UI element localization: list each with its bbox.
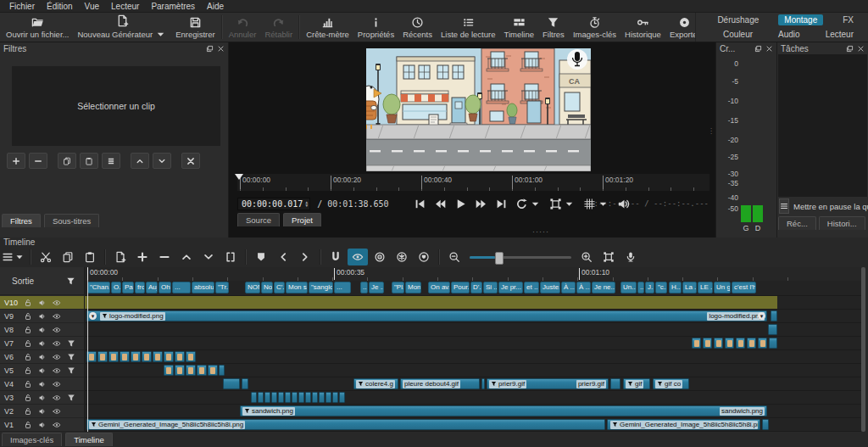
timeline-clip[interactable] xyxy=(332,392,338,403)
timeline-marker-button[interactable] xyxy=(251,249,271,265)
jobs-tab-histori[interactable]: Histori... xyxy=(819,216,865,230)
subtitle-segment[interactable]: Je pr... xyxy=(498,282,523,293)
timeline-clip[interactable] xyxy=(131,351,141,362)
timeline-clip[interactable] xyxy=(305,392,311,403)
track-head-v3[interactable]: V3 xyxy=(0,391,85,405)
transport-zoom-fit-button[interactable] xyxy=(549,198,576,210)
track-lane-v9[interactable]: ▾logo-modified.pnglogo-modified.png▾ xyxy=(85,310,861,323)
timeline-clip[interactable] xyxy=(242,378,248,389)
subtitle-segment[interactable]: No... xyxy=(261,282,273,293)
timeline-clip[interactable] xyxy=(186,351,196,362)
workspace-color-button[interactable]: Couleur xyxy=(717,29,759,40)
workspace-fx-button[interactable]: FX xyxy=(837,14,860,25)
subtitle-segment[interactable]: "Tr... xyxy=(215,282,229,293)
track-head-v2[interactable]: V2 xyxy=(0,405,85,418)
toolbar-save-button[interactable]: Enregistrer xyxy=(171,13,219,42)
track-lane-v8[interactable] xyxy=(85,323,861,337)
timeline-clip[interactable] xyxy=(278,392,284,403)
track-lane-v4[interactable]: colere4.gpleure debout4.gifprier9.gifpri… xyxy=(85,377,861,391)
timeline-add-button[interactable] xyxy=(132,249,153,265)
toolbar-new-generator-button[interactable]: Nouveau Générateur xyxy=(73,13,171,42)
timeline-vertical-scrollbar[interactable] xyxy=(861,267,865,432)
close-panel-icon[interactable] xyxy=(857,45,865,53)
track-head-v5[interactable]: V5 xyxy=(0,364,85,377)
menu-lecteur[interactable]: Lecteur xyxy=(105,2,145,11)
transport-rewind-button[interactable] xyxy=(434,198,447,210)
timeline-clip[interactable]: Gemini_Generated_Image_5h8iic5h8iic5h8i.… xyxy=(607,419,760,430)
timeline-clip[interactable] xyxy=(481,378,485,389)
toolbar-peak-meter-button[interactable]: Crête-mètre xyxy=(302,13,353,42)
timeline-clip[interactable]: gif co xyxy=(653,378,689,389)
toolbar-keyframes-button[interactable]: Images-clés xyxy=(569,13,620,42)
subtitle-segment[interactable]: Mon sa... xyxy=(286,282,308,293)
subtitle-segment[interactable]: À ... xyxy=(561,282,576,293)
timeline-clip[interactable] xyxy=(725,338,734,349)
filters-tab-soustitres[interactable]: Sous-titres xyxy=(44,214,99,227)
timeline-clip[interactable] xyxy=(736,338,745,349)
track-lane-v3[interactable] xyxy=(85,391,861,405)
subtitle-segment[interactable]: ... xyxy=(360,282,368,293)
timeline-clip[interactable] xyxy=(747,338,756,349)
filter-funnel-icon[interactable] xyxy=(66,277,75,286)
track-head-v1[interactable]: V1 xyxy=(0,418,85,432)
track-lane-v1[interactable]: Gemini_Generated_Image_5h8iic5h8iic5h8i.… xyxy=(85,418,861,432)
filter-move-down-button[interactable] xyxy=(153,153,171,169)
track-lane-v2[interactable]: sandwich.pngsandwich.png xyxy=(85,405,861,418)
time-spinner-arrows[interactable]: ▲▼ xyxy=(305,200,308,207)
timeline-paste-button[interactable] xyxy=(80,249,100,265)
toolbar-filters-button[interactable]: Filtres xyxy=(538,13,569,42)
timeline-clip[interactable] xyxy=(97,351,108,362)
subtitle-segment[interactable]: H... xyxy=(669,282,682,293)
timeline-prev-marker-button[interactable] xyxy=(273,249,293,265)
subtitle-segment[interactable]: Aujo... xyxy=(146,282,158,293)
timeline-zoom-out-button[interactable] xyxy=(444,249,465,265)
track-head-v10[interactable]: V10 xyxy=(0,296,85,310)
subtitle-segment[interactable]: O... xyxy=(111,282,121,293)
subtitle-segment[interactable]: On av... xyxy=(428,282,450,293)
subtitle-segment[interactable]: La ... xyxy=(682,282,697,293)
timeline-clip[interactable] xyxy=(164,351,174,362)
transport-loop-button[interactable] xyxy=(515,198,542,210)
filters-tab-filtres[interactable]: Filtres xyxy=(2,214,41,227)
subtitle-segment[interactable]: Oh... xyxy=(159,282,171,293)
player-playhead[interactable] xyxy=(235,174,243,180)
timeline-clip[interactable] xyxy=(153,351,163,362)
menu-vue[interactable]: Vue xyxy=(79,2,105,11)
subtitle-segment[interactable]: "Pl... xyxy=(392,282,404,293)
track-head-v7[interactable]: V7 xyxy=(0,337,85,350)
subtitle-segment[interactable]: ... xyxy=(334,282,351,293)
subtitle-segment[interactable]: "c... xyxy=(655,282,667,293)
menu-fichier[interactable]: Fichier xyxy=(3,2,41,11)
float-panel-icon[interactable] xyxy=(846,45,854,53)
filter-add-button[interactable] xyxy=(7,153,25,169)
transport-skip-end-button[interactable] xyxy=(495,198,508,210)
subtitle-segment[interactable]: Pour... xyxy=(451,282,470,293)
timeline-clip[interactable] xyxy=(108,351,119,362)
timeline-clip[interactable]: prier9.gifprier9.gif xyxy=(487,378,609,389)
toolbar-history-button[interactable]: Historique xyxy=(620,13,665,42)
subtitle-segment[interactable]: LE ... xyxy=(698,282,713,293)
toolbar-recents-button[interactable]: Récents xyxy=(398,13,437,42)
menu-parametres[interactable]: Paramètres xyxy=(145,2,201,11)
timeline-dock-tab-imagescles[interactable]: Images-clés xyxy=(2,433,62,446)
timeline-clip[interactable] xyxy=(264,392,270,403)
fade-handle-icon[interactable]: ▾ xyxy=(758,312,765,320)
workspace-editing-button[interactable]: Montage xyxy=(778,14,823,25)
subtitle-segment[interactable]: Un... xyxy=(620,282,637,293)
subtitle-segment[interactable]: Je ne... xyxy=(592,282,615,293)
float-panel-icon[interactable] xyxy=(206,45,214,53)
transport-fast-forward-button[interactable] xyxy=(475,198,487,210)
timeline-append-button[interactable] xyxy=(110,249,131,265)
subtitle-segment[interactable]: Juste... xyxy=(540,282,560,293)
timeline-clip[interactable] xyxy=(692,338,701,349)
menu-edition[interactable]: Édition xyxy=(41,2,79,11)
subtitle-segment[interactable]: D'... xyxy=(470,282,482,293)
timeline-clip[interactable] xyxy=(197,365,207,376)
transport-play-button[interactable] xyxy=(454,198,467,210)
workspace-logging-button[interactable]: Dérushage xyxy=(711,14,765,25)
timeline-next-marker-button[interactable] xyxy=(295,249,315,265)
timeline-clip[interactable] xyxy=(771,310,777,321)
float-panel-icon[interactable] xyxy=(754,45,762,53)
jobs-menu-button[interactable] xyxy=(779,198,789,214)
track-head-v8[interactable]: V8 xyxy=(0,323,85,337)
